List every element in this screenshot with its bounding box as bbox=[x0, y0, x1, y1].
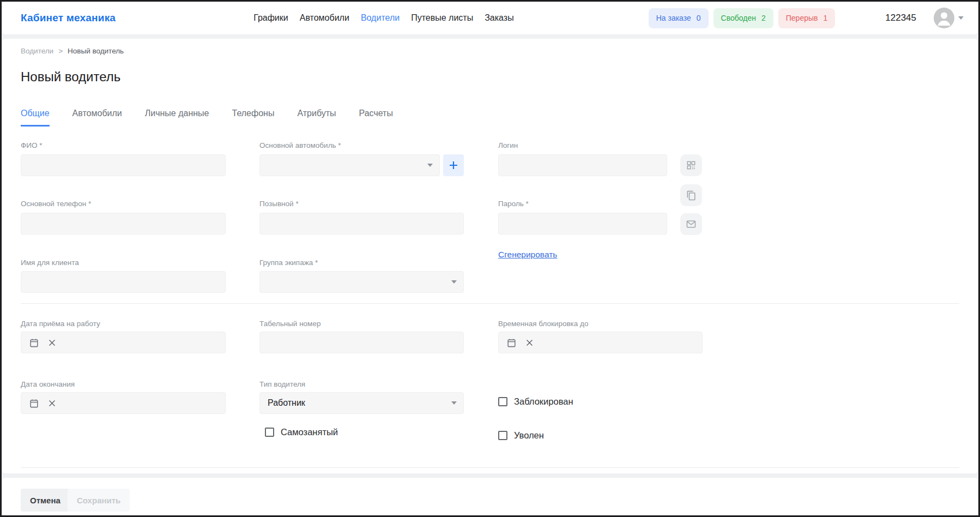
nav-item-drivers[interactable]: Водители bbox=[361, 13, 400, 23]
hire-date-field[interactable] bbox=[21, 332, 226, 353]
driver-type-label: Тип водителя bbox=[259, 380, 305, 388]
chevron-down-icon bbox=[451, 280, 457, 284]
block-until-clear-button[interactable] bbox=[525, 338, 534, 347]
client-name-input[interactable] bbox=[29, 272, 219, 292]
personnel-number-label: Табельный номер bbox=[259, 320, 320, 328]
plus-icon bbox=[448, 160, 459, 171]
section-divider bbox=[21, 303, 959, 304]
login-input[interactable] bbox=[506, 155, 660, 176]
nav-item-waybills[interactable]: Путевые листы bbox=[411, 13, 473, 23]
main-car-select[interactable] bbox=[259, 154, 440, 176]
status-badge-break[interactable]: Перерыв 1 bbox=[778, 8, 836, 28]
driver-type-select[interactable]: Работник bbox=[259, 392, 464, 414]
self-employed-checkbox-label: Самозанятый bbox=[281, 427, 338, 437]
client-name-field bbox=[21, 271, 226, 293]
self-employed-checkbox[interactable] bbox=[265, 428, 274, 437]
crew-group-select[interactable] bbox=[259, 271, 464, 293]
login-field bbox=[498, 154, 667, 176]
page-title: Новый водитель bbox=[21, 69, 120, 85]
close-icon bbox=[47, 399, 57, 408]
callsign-field bbox=[259, 213, 464, 235]
status-badge-label: Перерыв bbox=[786, 14, 818, 22]
qr-code-icon bbox=[686, 160, 697, 171]
breadcrumb-separator: > bbox=[58, 47, 63, 55]
breadcrumb-drivers-link[interactable]: Водители bbox=[21, 47, 53, 55]
chevron-down-icon bbox=[958, 16, 964, 20]
chevron-down-icon bbox=[451, 401, 457, 405]
fio-field bbox=[21, 154, 226, 176]
personnel-number-field bbox=[259, 332, 464, 353]
tab-general[interactable]: Общие bbox=[21, 109, 50, 127]
tab-calculations[interactable]: Расчеты bbox=[359, 109, 393, 127]
user-menu[interactable] bbox=[934, 8, 964, 28]
end-date-clear-button[interactable] bbox=[47, 399, 57, 408]
qr-code-button[interactable] bbox=[680, 154, 702, 176]
fired-checkbox-row: Уволен bbox=[498, 430, 544, 441]
tab-attributes[interactable]: Атрибуты bbox=[297, 109, 336, 127]
hire-date-label: Дата приёма на работу bbox=[21, 320, 100, 328]
save-button[interactable]: Сохранить bbox=[68, 489, 130, 512]
calendar-icon bbox=[29, 398, 39, 408]
breadcrumb: Водители > Новый водитель bbox=[21, 47, 124, 55]
end-date-calendar-button[interactable] bbox=[29, 398, 39, 408]
status-badge-label: На заказе bbox=[656, 14, 691, 22]
password-input[interactable] bbox=[506, 213, 660, 234]
person-icon bbox=[934, 8, 954, 28]
block-until-label: Временная блокировка до bbox=[498, 320, 588, 328]
blocked-checkbox-row: Заблокирован bbox=[498, 396, 573, 407]
status-badge-count: 0 bbox=[697, 14, 701, 22]
fired-checkbox[interactable] bbox=[498, 431, 507, 440]
status-badge-on-order[interactable]: На заказе 0 bbox=[649, 8, 709, 28]
tab-personal-data[interactable]: Личные данные bbox=[145, 109, 209, 127]
blocked-checkbox[interactable] bbox=[498, 397, 507, 406]
hire-date-clear-button[interactable] bbox=[47, 338, 57, 347]
main-phone-field bbox=[21, 213, 226, 235]
end-date-label: Дата окончания bbox=[21, 380, 75, 388]
password-field bbox=[498, 213, 667, 235]
status-badge-label: Свободен bbox=[721, 14, 756, 22]
app-logo[interactable]: Кабинет механика bbox=[21, 12, 116, 24]
driver-status-badges: На заказе 0 Свободен 2 Перерыв 1 bbox=[649, 8, 836, 28]
crew-group-label: Группа экипажа * bbox=[259, 258, 318, 267]
callsign-label: Позывной * bbox=[259, 200, 299, 208]
tab-phones[interactable]: Телефоны bbox=[232, 109, 275, 127]
calendar-icon bbox=[506, 338, 517, 348]
nav-item-graphics[interactable]: Графики bbox=[253, 13, 288, 23]
block-until-calendar-button[interactable] bbox=[506, 338, 517, 348]
nav-item-orders[interactable]: Заказы bbox=[485, 13, 513, 23]
chevron-down-icon bbox=[427, 164, 433, 167]
login-label: Логин bbox=[498, 141, 518, 149]
add-car-button[interactable] bbox=[443, 154, 464, 176]
avatar bbox=[934, 8, 954, 28]
status-badge-count: 1 bbox=[823, 14, 827, 22]
fio-input[interactable] bbox=[29, 155, 219, 176]
fio-label: ФИО * bbox=[21, 141, 42, 149]
end-date-field[interactable] bbox=[21, 392, 226, 414]
callsign-input[interactable] bbox=[268, 213, 457, 234]
blocked-checkbox-label: Заблокирован bbox=[514, 396, 573, 407]
footer-divider bbox=[21, 467, 959, 468]
app-header: Кабинет механика Графики Автомобили Води… bbox=[2, 2, 978, 34]
calendar-icon bbox=[29, 338, 39, 348]
copy-button[interactable] bbox=[680, 184, 702, 206]
status-badge-free[interactable]: Свободен 2 bbox=[713, 8, 773, 28]
breadcrumb-current: Новый водитель bbox=[68, 47, 124, 55]
personnel-number-input[interactable] bbox=[268, 332, 457, 353]
generate-password-link[interactable]: Сгенерировать bbox=[498, 250, 557, 260]
email-button[interactable] bbox=[680, 213, 702, 235]
nav-item-cars[interactable]: Автомобили bbox=[300, 13, 349, 23]
status-badge-count: 2 bbox=[761, 14, 766, 22]
block-until-field[interactable] bbox=[498, 332, 703, 353]
app-window: Кабинет механика Графики Автомобили Води… bbox=[0, 0, 980, 517]
tab-bar: Общие Автомобили Личные данные Телефоны … bbox=[21, 109, 393, 127]
cancel-button[interactable]: Отмена bbox=[21, 489, 70, 512]
tab-cars[interactable]: Автомобили bbox=[72, 109, 122, 127]
main-nav: Графики Автомобили Водители Путевые лист… bbox=[253, 13, 514, 23]
main-car-row bbox=[259, 154, 464, 176]
close-icon bbox=[47, 338, 57, 347]
copy-icon bbox=[686, 190, 697, 201]
driver-type-value: Работник bbox=[268, 398, 447, 408]
footer-bar bbox=[2, 478, 978, 515]
main-phone-input[interactable] bbox=[29, 213, 219, 234]
hire-date-calendar-button[interactable] bbox=[29, 338, 39, 348]
